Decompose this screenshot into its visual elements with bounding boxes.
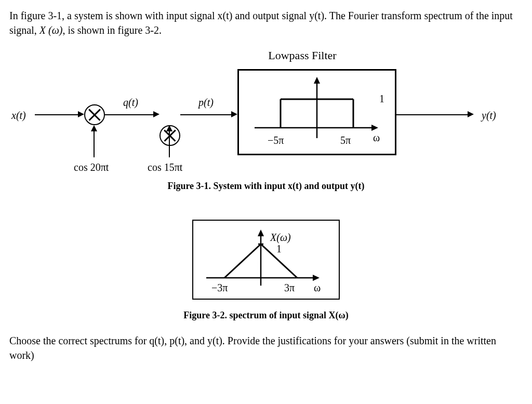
svg-line-11 xyxy=(224,244,261,278)
arrow-x-to-mult1 xyxy=(35,114,79,115)
system-diagram: x(t) cos 20πt q(t) cos 15πt p(t) xyxy=(11,64,521,199)
signal-x-label: x(t) xyxy=(11,108,26,123)
spectrum-container: X(ω) 1 −3π 3π ω xyxy=(9,220,523,300)
arrow-q xyxy=(105,114,154,115)
arrow-p xyxy=(180,114,232,115)
filter-pos-label: 5π xyxy=(340,133,351,147)
spectrum-peak: 1 xyxy=(276,241,282,256)
signal-y-label: y(t) xyxy=(482,108,496,123)
filter-response-plot xyxy=(239,71,395,154)
closing-paragraph: Choose the correct spectrums for q(t), p… xyxy=(9,333,523,362)
intro-x: X xyxy=(39,24,46,36)
figure-1-caption-text: Figure 3-1. System with input x(t) and o… xyxy=(167,181,364,191)
arrow-y xyxy=(396,114,469,115)
intro-text-2: , is shown in figure 3-2. xyxy=(62,24,162,36)
modulator-1-label: cos 20πt xyxy=(74,160,109,174)
input-spectrum-box: X(ω) 1 −3π 3π ω xyxy=(192,220,340,300)
filter-title: Lowpass Filter xyxy=(82,48,523,64)
modulator-2-label: cos 15πt xyxy=(148,160,182,174)
figure-1-caption: Figure 3-1. System with input x(t) and o… xyxy=(11,180,521,193)
filter-neg-label: −5π xyxy=(268,133,284,147)
svg-marker-3 xyxy=(314,77,320,84)
multiplier-1 xyxy=(84,104,105,125)
filter-axis-label: ω xyxy=(373,130,380,145)
arrow-head-4 xyxy=(468,111,474,117)
arrow-head-2 xyxy=(153,111,159,117)
lowpass-filter-box: 1 −5π 5π ω xyxy=(237,69,396,155)
figure-2-caption-text: Figure 3-2. spectrum of input signal X(ω… xyxy=(183,310,348,320)
signal-q-label: q(t) xyxy=(123,95,138,110)
spectrum-pos: 3π xyxy=(284,280,295,295)
arrow-head-1 xyxy=(78,111,84,117)
intro-omega: (ω) xyxy=(46,24,62,36)
arrow-cos1-up xyxy=(94,131,95,157)
arrow-head-3 xyxy=(231,111,237,117)
spectrum-neg: −3π xyxy=(211,280,228,295)
intro-paragraph: In figure 3-1, a system is shown with in… xyxy=(9,8,523,37)
filter-gain-label: 1 xyxy=(379,91,384,106)
arrow-cos2-up xyxy=(169,131,170,157)
arrow-cos2-head xyxy=(166,125,172,131)
spectrum-axis: ω xyxy=(314,280,321,295)
signal-p-label: p(t) xyxy=(198,95,214,110)
arrow-cos1-head xyxy=(91,125,97,131)
svg-marker-10 xyxy=(258,230,264,236)
figure-2-caption: Figure 3-2. spectrum of input signal X(ω… xyxy=(9,309,523,322)
